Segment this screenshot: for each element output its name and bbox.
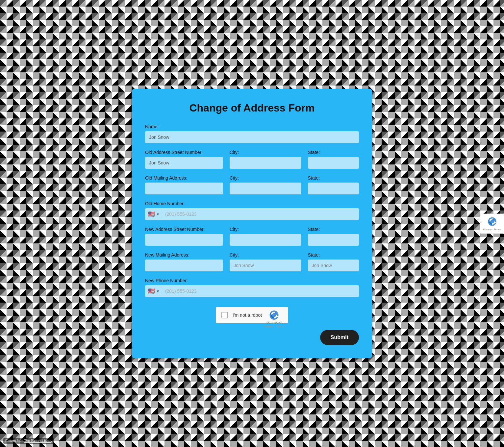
old-mailing-city-group: City:: [230, 175, 301, 194]
phone-divider: [163, 211, 163, 217]
new-mailing-row: New Mailing Address: City: State:: [145, 252, 359, 271]
captcha-links: Privacy - Terms: [265, 325, 284, 328]
new-street-input[interactable]: [145, 234, 223, 246]
old-mailing-state-label: State:: [308, 175, 359, 181]
new-mailing-state-group: State:: [308, 252, 359, 271]
new-phone-group: New Phone Number: 🇺🇸 ▼: [145, 278, 359, 297]
old-state-input[interactable]: [308, 157, 359, 169]
captcha-label: I'm not a robot: [233, 312, 262, 318]
new-phone-wrapper: 🇺🇸 ▼: [145, 285, 359, 297]
recaptcha-side-badge: Privacy - Terms: [480, 213, 504, 234]
pattern-credit-text: Pattern from: [5, 439, 24, 443]
new-state-input[interactable]: [308, 234, 359, 246]
captcha-logo-area: reCAPTCHA Privacy - Terms: [265, 310, 284, 328]
name-group: Name:: [145, 124, 359, 143]
old-city-label: City:: [230, 150, 301, 155]
submit-button[interactable]: Submit: [320, 330, 359, 345]
pattern-credit: Pattern from The Pattern Library: [3, 438, 54, 444]
old-mailing-label: Old Mailing Address:: [145, 175, 223, 181]
recaptcha-icon: [269, 310, 279, 320]
recaptcha-side-icon: [487, 216, 497, 226]
new-state-group: State:: [308, 227, 359, 246]
phone-dropdown-arrow-2: ▼: [156, 289, 160, 293]
change-of-address-form: Change of Address Form Name: Old Address…: [132, 89, 372, 358]
old-phone-label: Old Home Number:: [145, 201, 359, 206]
submit-row: Submit: [145, 330, 359, 345]
old-street-input[interactable]: [145, 157, 223, 169]
new-street-group: New Address Street Number:: [145, 227, 223, 246]
new-street-label: New Address Street Number:: [145, 227, 223, 232]
captcha-box[interactable]: I'm not a robot reCAPTCHA Privacy: [216, 307, 288, 323]
new-mailing-input[interactable]: [145, 260, 223, 271]
new-mailing-city-group: City:: [230, 252, 301, 271]
name-label: Name:: [145, 124, 359, 129]
new-phone-label: New Phone Number:: [145, 278, 359, 283]
name-input[interactable]: [145, 131, 359, 143]
new-city-label: City:: [230, 227, 301, 232]
old-street-group: Old Address Street Number:: [145, 150, 223, 169]
us-flag-emoji: 🇺🇸: [148, 211, 155, 218]
old-phone-group: Old Home Number: 🇺🇸 ▼: [145, 201, 359, 220]
new-mailing-city-input[interactable]: [230, 260, 301, 271]
old-mailing-group: Old Mailing Address:: [145, 175, 223, 194]
old-mailing-state-group: State:: [308, 175, 359, 194]
new-address-row: New Address Street Number: City: State:: [145, 227, 359, 246]
old-address-row: Old Address Street Number: City: State:: [145, 150, 359, 169]
old-mailing-city-input[interactable]: [230, 183, 301, 194]
new-state-label: State:: [308, 227, 359, 232]
recaptcha-side-text: Privacy - Terms: [483, 228, 501, 231]
old-mailing-city-label: City:: [230, 175, 301, 181]
old-phone-flag[interactable]: 🇺🇸 ▼: [148, 211, 160, 218]
new-mailing-city-label: City:: [230, 252, 301, 258]
old-phone-wrapper: 🇺🇸 ▼: [145, 208, 359, 220]
old-mailing-state-input[interactable]: [308, 183, 359, 194]
new-phone-flag[interactable]: 🇺🇸 ▼: [148, 287, 160, 295]
old-city-input[interactable]: [230, 157, 301, 169]
us-flag-emoji-2: 🇺🇸: [148, 287, 155, 295]
phone-dropdown-arrow: ▼: [156, 212, 160, 216]
new-phone-input[interactable]: [165, 285, 356, 297]
old-state-label: State:: [308, 150, 359, 155]
captcha-checkbox[interactable]: [221, 312, 228, 318]
old-city-group: City:: [230, 150, 301, 169]
old-mailing-input[interactable]: [145, 183, 223, 194]
form-title: Change of Address Form: [145, 102, 359, 114]
new-mailing-state-input[interactable]: [308, 260, 359, 271]
new-mailing-state-label: State:: [308, 252, 359, 258]
pattern-credit-link[interactable]: The Pattern Library: [24, 439, 53, 443]
old-mailing-row: Old Mailing Address: City: State:: [145, 175, 359, 194]
new-city-group: City:: [230, 227, 301, 246]
captcha-brand: reCAPTCHA: [266, 321, 283, 324]
phone-divider-2: [163, 288, 163, 294]
old-street-label: Old Address Street Number:: [145, 150, 223, 155]
new-city-input[interactable]: [230, 234, 301, 246]
new-mailing-group: New Mailing Address:: [145, 252, 223, 271]
new-mailing-label: New Mailing Address:: [145, 252, 223, 258]
old-phone-input[interactable]: [165, 208, 356, 220]
old-state-group: State:: [308, 150, 359, 169]
captcha-wrapper: I'm not a robot reCAPTCHA Privacy: [145, 307, 359, 323]
